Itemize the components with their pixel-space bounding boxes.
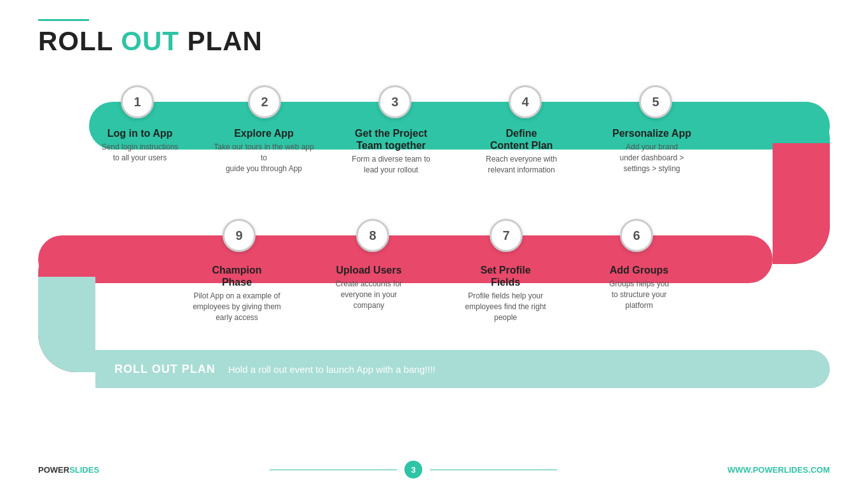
step-title-3: Get the ProjectTeam together xyxy=(337,127,445,151)
footer-line-left xyxy=(270,470,397,470)
footer-ribbon: ROLL OUT PLAN Hold a roll out event to l… xyxy=(95,350,830,388)
step-title-2: Explore App xyxy=(213,127,315,139)
footer-ribbon-text: Hold a roll out event to launch App with… xyxy=(228,364,436,375)
step-desc-5: Add your brandunder dashboard >settings … xyxy=(598,142,706,174)
snake-diagram: ROLL OUT PLAN Hold a roll out event to l… xyxy=(38,83,830,375)
step-label-8: Upload Users Create accounts foreveryone… xyxy=(318,264,420,311)
step-title-4: DefineContent Plan xyxy=(471,127,572,151)
header-accent-line xyxy=(38,19,89,21)
step-title-5: Personalize App xyxy=(598,127,706,139)
main-content: ROLL OUT PLAN Hold a roll out event to l… xyxy=(38,83,830,375)
step-circle-6: 6 xyxy=(620,219,653,252)
step-label-4: DefineContent Plan Reach everyone withre… xyxy=(471,127,572,176)
step-circle-4: 4 xyxy=(509,85,542,118)
step-desc-8: Create accounts foreveryone in yourcompa… xyxy=(318,279,420,310)
page-title: ROLL OUT PLAN xyxy=(38,26,263,57)
step-circle-7: 7 xyxy=(490,219,523,252)
step-desc-3: Form a diverse team tolead your rollout xyxy=(337,154,445,176)
step-circle-1: 1 xyxy=(121,85,154,118)
step-label-9: ChampionPhase Pilot App on a example ofe… xyxy=(181,264,293,323)
step-circle-9: 9 xyxy=(223,219,256,252)
step-label-3: Get the ProjectTeam together Form a dive… xyxy=(337,127,445,176)
left-curve-teal xyxy=(38,277,95,372)
step-circle-2: 2 xyxy=(248,85,281,118)
step-label-7: Set ProfileFields Profile fields help yo… xyxy=(451,264,560,323)
page-footer: POWERSLIDES 3 WWW.POWERLIDES.COM xyxy=(38,461,830,478)
step-label-6: Add Groups Groups helps youto structure … xyxy=(588,264,690,311)
step-label-2: Explore App Take our tours in the web ap… xyxy=(213,127,315,174)
step-label-5: Personalize App Add your brandunder dash… xyxy=(598,127,706,174)
step-title-8: Upload Users xyxy=(318,264,420,276)
step-title-9: ChampionPhase xyxy=(181,264,293,288)
step-title-1: Log in to App xyxy=(95,127,184,139)
step-circle-3: 3 xyxy=(378,85,411,118)
step-circle-8: 8 xyxy=(356,219,389,252)
header: ROLL OUT PLAN xyxy=(38,19,263,57)
right-curve-pink xyxy=(773,143,830,264)
step-desc-7: Profile fields help youremployees find t… xyxy=(451,291,560,323)
step-desc-9: Pilot App on a example ofemployees by gi… xyxy=(181,291,293,323)
step-label-1: Log in to App Send login instructionsto … xyxy=(95,127,184,164)
footer-line-right xyxy=(430,470,557,470)
step-desc-6: Groups helps youto structure yourplatfor… xyxy=(588,279,690,310)
top-ribbon xyxy=(89,102,830,150)
step-desc-2: Take our tours in the web app toguide yo… xyxy=(213,142,315,174)
step-desc-1: Send login instructionsto all your users xyxy=(95,142,184,164)
footer-brand: POWERSLIDES xyxy=(38,465,99,475)
footer-url: WWW.POWERLIDES.COM xyxy=(727,465,830,475)
step-desc-4: Reach everyone withrelevant information xyxy=(471,154,572,176)
footer-ribbon-title: ROLL OUT PLAN xyxy=(114,363,216,376)
step-circle-5: 5 xyxy=(639,85,672,118)
footer-center: 3 xyxy=(270,461,557,478)
step-title-6: Add Groups xyxy=(588,264,690,276)
step-title-7: Set ProfileFields xyxy=(451,264,560,288)
footer-page-number: 3 xyxy=(404,461,422,478)
